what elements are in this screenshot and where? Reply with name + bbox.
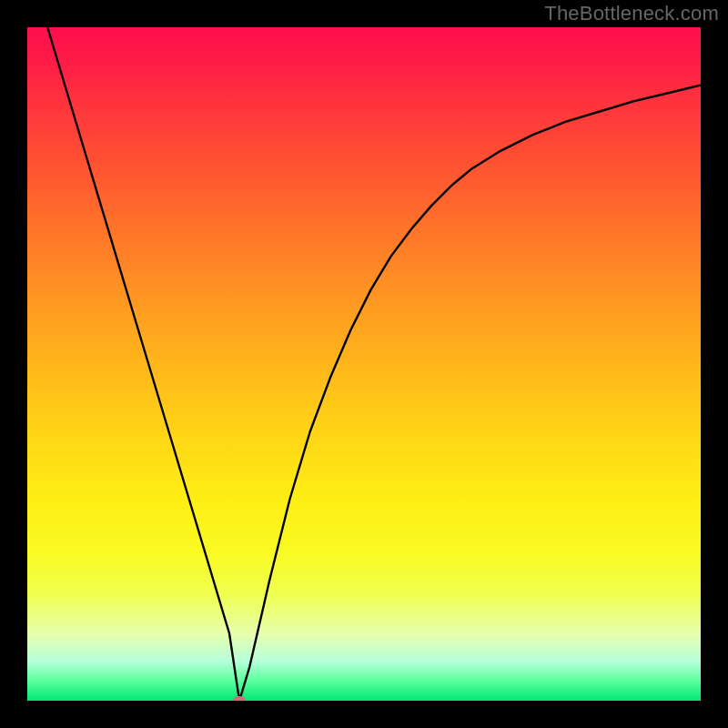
plot-area — [27, 27, 701, 701]
watermark-label: TheBottleneck.com — [544, 2, 719, 25]
chart-frame: TheBottleneck.com — [0, 0, 728, 728]
bottleneck-curve — [27, 27, 701, 701]
minimum-marker-icon — [233, 696, 246, 701]
